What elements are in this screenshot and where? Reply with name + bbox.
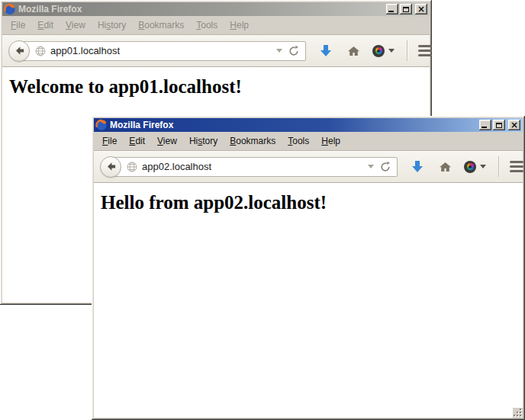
maximize-button[interactable] bbox=[493, 120, 505, 130]
extension-button[interactable] bbox=[372, 45, 395, 57]
close-button[interactable]: × bbox=[508, 120, 520, 130]
maximize-icon bbox=[496, 123, 502, 128]
url-dropdown-icon[interactable] bbox=[276, 49, 282, 53]
menu-bar: File Edit View History Bookmarks Tools H… bbox=[94, 132, 523, 150]
firefox-logo-icon bbox=[4, 3, 16, 15]
menu-button[interactable] bbox=[418, 45, 432, 56]
url-text: app02.localhost bbox=[142, 161, 365, 172]
close-icon: × bbox=[417, 5, 425, 13]
maximize-button[interactable] bbox=[400, 4, 412, 14]
url-dropdown-icon[interactable] bbox=[368, 165, 374, 168]
minimize-icon bbox=[482, 127, 487, 128]
minimize-icon bbox=[388, 11, 394, 12]
toolbar-separator bbox=[498, 156, 499, 177]
navigation-toolbar: app01.localhost bbox=[2, 34, 430, 67]
colorwheel-icon bbox=[372, 45, 385, 57]
menu-edit[interactable]: Edit bbox=[123, 133, 151, 149]
window-controls: × bbox=[386, 4, 428, 14]
browser-window-app02: Mozilla Firefox × File Edit View History… bbox=[92, 116, 525, 420]
home-button[interactable] bbox=[439, 161, 452, 173]
menu-button[interactable] bbox=[510, 161, 523, 172]
titlebar[interactable]: Mozilla Firefox × bbox=[94, 118, 523, 132]
close-button[interactable]: × bbox=[415, 4, 427, 14]
resize-grip[interactable] bbox=[513, 408, 523, 418]
menu-bookmarks[interactable]: Bookmarks bbox=[224, 133, 282, 149]
close-icon: × bbox=[511, 121, 518, 129]
url-bar[interactable]: app01.localhost bbox=[19, 41, 306, 61]
home-button[interactable] bbox=[347, 45, 360, 57]
maximize-icon bbox=[403, 7, 409, 12]
download-icon bbox=[320, 44, 332, 57]
chevron-down-icon bbox=[480, 165, 486, 168]
menu-file[interactable]: File bbox=[5, 18, 31, 33]
menu-bookmarks[interactable]: Bookmarks bbox=[132, 18, 190, 33]
back-button[interactable] bbox=[100, 156, 121, 178]
page-heading: Welcome to app01.localhost! bbox=[2, 76, 430, 98]
hamburger-icon bbox=[510, 161, 523, 163]
menu-file[interactable]: File bbox=[96, 133, 123, 149]
menu-tools[interactable]: Tools bbox=[282, 133, 315, 149]
menu-edit[interactable]: Edit bbox=[31, 18, 60, 33]
menu-history[interactable]: History bbox=[92, 18, 132, 33]
window-title: Mozilla Firefox bbox=[18, 2, 384, 16]
colorwheel-icon bbox=[464, 161, 476, 173]
home-icon bbox=[347, 45, 360, 57]
download-button[interactable] bbox=[411, 160, 424, 173]
page-heading: Hello from app02.localhost! bbox=[94, 192, 523, 213]
menu-tools[interactable]: Tools bbox=[190, 18, 224, 33]
reload-button[interactable] bbox=[380, 162, 391, 172]
globe-icon[interactable] bbox=[35, 46, 46, 56]
navigation-toolbar: app02.localhost bbox=[94, 150, 523, 183]
globe-icon[interactable] bbox=[127, 162, 137, 172]
titlebar[interactable]: Mozilla Firefox × bbox=[2, 2, 430, 16]
menu-history[interactable]: History bbox=[183, 133, 224, 149]
toolbar-separator bbox=[407, 40, 407, 61]
url-text: app01.localhost bbox=[50, 45, 273, 56]
home-icon bbox=[439, 161, 452, 173]
window-title: Mozilla Firefox bbox=[110, 118, 477, 132]
url-bar[interactable]: app02.localhost bbox=[111, 157, 398, 177]
hamburger-icon bbox=[418, 45, 432, 47]
back-arrow-icon bbox=[105, 161, 117, 172]
menu-view[interactable]: View bbox=[60, 18, 92, 33]
window-controls: × bbox=[479, 120, 521, 130]
firefox-logo-icon bbox=[95, 119, 108, 131]
chevron-down-icon bbox=[388, 49, 395, 53]
menu-help[interactable]: Help bbox=[224, 18, 255, 33]
back-arrow-icon bbox=[14, 45, 25, 56]
menu-view[interactable]: View bbox=[151, 133, 183, 149]
download-button[interactable] bbox=[320, 44, 332, 57]
page-content: Hello from app02.localhost! bbox=[94, 183, 523, 418]
menu-help[interactable]: Help bbox=[315, 133, 346, 149]
minimize-button[interactable] bbox=[479, 120, 491, 130]
reload-button[interactable] bbox=[288, 46, 299, 56]
download-icon bbox=[411, 160, 424, 173]
extension-button[interactable] bbox=[464, 161, 486, 173]
minimize-button[interactable] bbox=[386, 4, 398, 14]
menu-bar: File Edit View History Bookmarks Tools H… bbox=[2, 16, 430, 34]
back-button[interactable] bbox=[8, 40, 30, 62]
